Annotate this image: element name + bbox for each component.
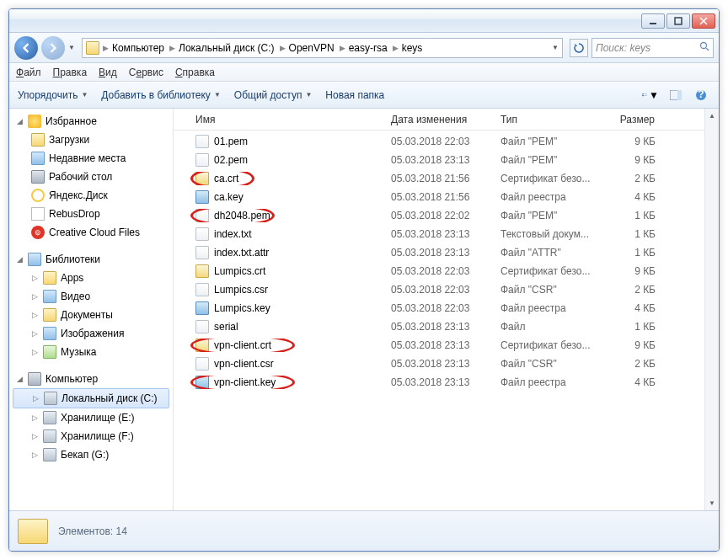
tree-item[interactable]: Недавние места <box>9 149 173 168</box>
menu-file[interactable]: Файл <box>16 67 41 78</box>
svg-rect-8 <box>677 90 682 100</box>
address-dropdown-icon[interactable]: ▼ <box>552 44 559 51</box>
refresh-button[interactable] <box>570 39 588 57</box>
file-type: Файл "PEM" <box>494 210 603 221</box>
col-size[interactable]: Размер <box>603 114 662 125</box>
crumb-drive[interactable]: Локальный диск (C:)▶ <box>179 42 286 54</box>
view-options-button[interactable]: ▼ <box>641 87 660 104</box>
explorer-window: ▼ ▶ Компьютер▶ Локальный диск (C:)▶ Open… <box>8 8 720 552</box>
file-row[interactable]: index.txt05.03.2018 23:13Текстовый докум… <box>174 225 704 243</box>
tree-item[interactable]: RebusDrop <box>9 205 173 223</box>
svg-rect-0 <box>650 23 656 24</box>
menu-bar: Файл Правка Вид Сервис Справка <box>9 63 719 82</box>
file-row[interactable]: Lumpics.crt05.03.2018 22:03Сертификат бе… <box>174 262 704 280</box>
file-size: 4 КБ <box>603 376 662 388</box>
address-bar[interactable]: ▶ Компьютер▶ Локальный диск (C:)▶ OpenVP… <box>82 38 563 58</box>
menu-tools[interactable]: Сервис <box>129 67 163 78</box>
file-size: 2 КБ <box>603 173 662 184</box>
tree-item[interactable]: Рабочий стол <box>9 168 173 186</box>
organize-button[interactable]: Упорядочить▼ <box>18 89 88 101</box>
add-to-library-button[interactable]: Добавить в библиотеку▼ <box>101 89 220 101</box>
col-type[interactable]: Тип <box>494 114 603 125</box>
file-size: 1 КБ <box>603 228 662 240</box>
menu-edit[interactable]: Правка <box>53 67 88 78</box>
tree-computer[interactable]: ◢Компьютер <box>9 370 173 388</box>
nav-tree[interactable]: ◢Избранное Загрузки Недавние места Рабоч… <box>9 109 174 510</box>
history-dropdown-icon[interactable]: ▼ <box>68 44 75 51</box>
file-size: 4 КБ <box>603 191 662 203</box>
preview-pane-button[interactable] <box>666 87 685 104</box>
tree-item[interactable]: ▷Изображения <box>9 324 173 343</box>
file-list[interactable]: 01.pem05.03.2018 22:03Файл "PEM"9 КБ02.p… <box>174 131 704 510</box>
file-icon <box>195 246 209 259</box>
search-icon <box>699 41 709 54</box>
column-headers[interactable]: Имя Дата изменения Тип Размер <box>174 109 704 131</box>
svg-rect-5 <box>642 95 644 96</box>
tree-item[interactable]: ▷Бекап (G:) <box>9 445 173 464</box>
file-date: 05.03.2018 21:56 <box>384 173 494 184</box>
help-button[interactable]: ? <box>692 87 710 104</box>
file-type: Файл "CSR" <box>494 358 603 370</box>
file-row[interactable]: dh2048.pem05.03.2018 22:02Файл "PEM"1 КБ <box>174 206 704 225</box>
file-row[interactable]: ca.crt05.03.2018 21:56Сертификат безо...… <box>174 169 704 188</box>
col-date[interactable]: Дата изменения <box>384 114 494 125</box>
svg-point-2 <box>701 43 707 49</box>
file-type: Файл "PEM" <box>494 136 603 147</box>
search-placeholder: Поиск: keys <box>596 42 650 54</box>
file-row[interactable]: vpn-client.key05.03.2018 23:13Файл реест… <box>174 373 704 392</box>
file-name: ca.crt <box>214 173 238 184</box>
minimize-button[interactable] <box>641 13 665 29</box>
tree-item[interactable]: ▷Хранилище (F:) <box>9 427 173 445</box>
tree-item[interactable]: ▷Apps <box>9 269 173 287</box>
svg-text:?: ? <box>698 89 704 100</box>
crumb-easyrsa[interactable]: easy-rsa▶ <box>349 42 399 54</box>
tree-item[interactable]: ⊚Creative Cloud Files <box>9 223 173 242</box>
file-row[interactable]: ca.key05.03.2018 21:56Файл реестра4 КБ <box>174 188 704 206</box>
scroll-down-icon[interactable]: ▼ <box>705 496 719 510</box>
tree-item[interactable]: ▷Видео <box>9 287 173 306</box>
file-icon <box>195 283 209 296</box>
col-name[interactable]: Имя <box>174 114 384 125</box>
file-date: 05.03.2018 23:13 <box>384 339 494 351</box>
menu-view[interactable]: Вид <box>99 67 117 78</box>
file-size: 9 КБ <box>603 265 662 277</box>
search-input[interactable]: Поиск: keys <box>592 38 714 58</box>
tree-item[interactable]: ▷Хранилище (E:) <box>9 408 173 427</box>
file-size: 1 КБ <box>603 247 662 259</box>
share-button[interactable]: Общий доступ▼ <box>234 89 313 101</box>
close-button[interactable] <box>692 13 715 29</box>
file-row[interactable]: serial05.03.2018 23:13Файл1 КБ <box>174 317 704 336</box>
file-row[interactable]: Lumpics.key05.03.2018 22:03Файл реестра4… <box>174 299 704 317</box>
crumb-openvpn[interactable]: OpenVPN▶ <box>289 42 345 54</box>
crumb-computer[interactable]: Компьютер▶ <box>112 42 175 54</box>
toolbar: Упорядочить▼ Добавить в библиотеку▼ Общи… <box>9 82 719 109</box>
scrollbar[interactable]: ▲ ▼ <box>704 109 719 510</box>
tree-item-selected[interactable]: ▷Локальный диск (C:) <box>13 388 169 408</box>
tree-favorites[interactable]: ◢Избранное <box>9 112 173 131</box>
file-date: 05.03.2018 23:13 <box>384 358 494 370</box>
tree-item[interactable]: Загрузки <box>9 131 173 149</box>
scroll-up-icon[interactable]: ▲ <box>705 109 719 123</box>
file-row[interactable]: Lumpics.csr05.03.2018 22:03Файл "CSR"2 К… <box>174 280 704 299</box>
menu-help[interactable]: Справка <box>175 67 215 78</box>
back-button[interactable] <box>14 36 38 60</box>
file-row[interactable]: vpn-client.csr05.03.2018 23:13Файл "CSR"… <box>174 355 704 373</box>
file-type: Файл "PEM" <box>494 154 603 166</box>
file-row[interactable]: 01.pem05.03.2018 22:03Файл "PEM"9 КБ <box>174 132 704 151</box>
file-row[interactable]: 02.pem05.03.2018 23:13Файл "PEM"9 КБ <box>174 151 704 169</box>
tree-item[interactable]: ▷Документы <box>9 306 173 324</box>
file-icon <box>195 301 209 315</box>
tree-item[interactable]: Яндекс.Диск <box>9 186 173 205</box>
tree-item[interactable]: ▷Музыка <box>9 343 173 361</box>
file-row[interactable]: index.txt.attr05.03.2018 23:13Файл "ATTR… <box>174 243 704 262</box>
file-name: 02.pem <box>214 154 248 166</box>
file-size: 2 КБ <box>603 358 662 370</box>
crumb-keys[interactable]: keys <box>402 42 423 54</box>
file-row[interactable]: vpn-client.crt05.03.2018 23:13Сертификат… <box>174 336 704 355</box>
file-date: 05.03.2018 23:13 <box>384 154 494 166</box>
tree-libraries[interactable]: ◢Библиотеки <box>9 250 173 269</box>
forward-button[interactable] <box>41 36 65 60</box>
file-date: 05.03.2018 23:13 <box>384 228 494 240</box>
new-folder-button[interactable]: Новая папка <box>325 89 384 101</box>
maximize-button[interactable] <box>666 13 690 29</box>
